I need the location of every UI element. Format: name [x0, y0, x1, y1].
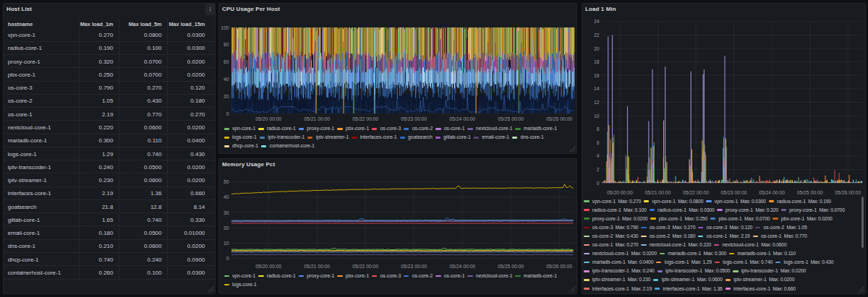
svg-text:0: 0 [597, 181, 600, 186]
svg-text:20: 20 [224, 94, 229, 99]
svg-text:05/21 00:00: 05/21 00:00 [644, 190, 671, 195]
svg-text:05/24 00:00: 05/24 00:00 [449, 264, 475, 269]
svg-text:80: 80 [224, 42, 229, 47]
svg-text:6: 6 [597, 140, 600, 145]
svg-text:05/21 00:00: 05/21 00:00 [304, 116, 330, 121]
svg-text:18: 18 [594, 59, 600, 64]
svg-text:10: 10 [224, 241, 229, 246]
svg-text:05/24 00:00: 05/24 00:00 [449, 116, 475, 121]
svg-text:05/20 00:00: 05/20 00:00 [255, 116, 281, 121]
svg-text:05/26 00:00: 05/26 00:00 [835, 190, 861, 195]
svg-text:4: 4 [597, 153, 600, 158]
svg-text:05/25 00:00: 05/25 00:00 [498, 264, 524, 269]
svg-text:05/25 00:00: 05/25 00:00 [797, 190, 823, 195]
svg-text:14: 14 [594, 86, 600, 91]
svg-text:10: 10 [594, 113, 600, 119]
svg-text:20: 20 [224, 225, 229, 231]
svg-text:12: 12 [594, 100, 600, 105]
svg-text:05/22 00:00: 05/22 00:00 [352, 116, 378, 121]
svg-text:8: 8 [597, 126, 600, 132]
svg-text:100: 100 [221, 25, 229, 30]
svg-text:40: 40 [224, 194, 229, 199]
svg-text:05/22 00:00: 05/22 00:00 [352, 264, 378, 269]
svg-text:05/23 00:00: 05/23 00:00 [401, 116, 427, 121]
svg-text:05/21 00:00: 05/21 00:00 [304, 264, 330, 269]
svg-text:24: 24 [594, 19, 600, 24]
svg-text:05/22 00:00: 05/22 00:00 [683, 190, 709, 195]
svg-text:40: 40 [224, 77, 229, 82]
svg-text:05/26 00:00: 05/26 00:00 [546, 264, 572, 269]
svg-text:50: 50 [224, 179, 229, 184]
svg-text:22: 22 [594, 33, 600, 38]
svg-text:05/20 00:00: 05/20 00:00 [607, 190, 633, 195]
svg-text:05/25 00:00: 05/25 00:00 [498, 116, 524, 121]
svg-text:16: 16 [594, 73, 600, 78]
svg-text:0: 0 [226, 111, 229, 116]
svg-text:05/26 00:00: 05/26 00:00 [546, 116, 572, 121]
svg-text:05/24 00:00: 05/24 00:00 [759, 190, 785, 195]
svg-text:05/23 00:00: 05/23 00:00 [401, 264, 427, 269]
svg-text:05/23 00:00: 05/23 00:00 [721, 190, 747, 195]
svg-text:0: 0 [226, 256, 229, 261]
svg-text:2: 2 [597, 167, 600, 172]
svg-text:05/20 00:00: 05/20 00:00 [255, 264, 281, 269]
svg-text:20: 20 [594, 46, 600, 51]
svg-text:60: 60 [224, 59, 229, 64]
svg-text:30: 30 [224, 210, 229, 215]
